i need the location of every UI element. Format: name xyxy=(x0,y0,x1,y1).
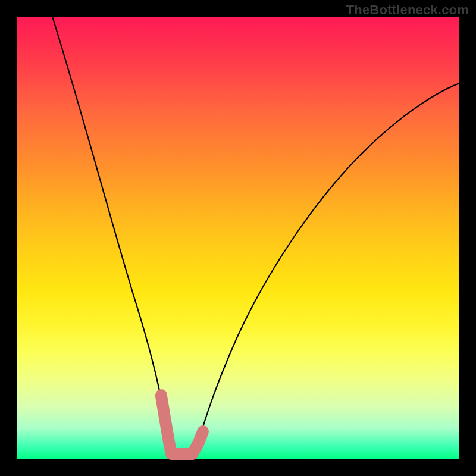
marker-end-top-left xyxy=(155,389,167,401)
chart-svg xyxy=(17,17,459,459)
marker-end-top-right xyxy=(197,425,209,437)
chart-stage: TheBottleneck.com xyxy=(0,0,476,476)
highlight-marker xyxy=(161,396,202,454)
curve-left xyxy=(52,17,173,457)
curve-right xyxy=(195,83,459,457)
plot-area xyxy=(17,17,459,459)
watermark-text: TheBottleneck.com xyxy=(346,2,469,18)
